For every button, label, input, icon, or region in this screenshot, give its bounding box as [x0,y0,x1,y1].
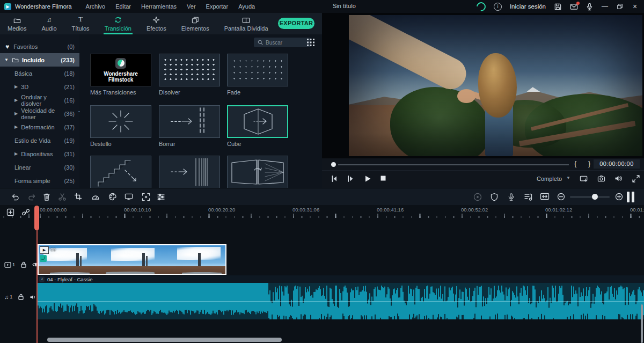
stop-button[interactable] [380,175,386,181]
tile-cube[interactable] [227,105,288,138]
tab-elementos[interactable]: Elementos [174,13,217,34]
play-button[interactable] [364,175,371,183]
tile-borrar[interactable] [159,105,220,138]
sidebar-item-incluido[interactable]: ▼ Incluido (233) [0,53,79,67]
previous-frame-button[interactable] [331,175,338,183]
grid-view-icon[interactable] [307,39,314,46]
menu-exportar[interactable]: Exportar [206,3,229,10]
lock-icon[interactable] [21,261,26,268]
caret-right-icon: ▶ [14,151,18,156]
audio-mixer-icon[interactable] [524,193,532,201]
fullscreen-icon[interactable] [632,175,640,183]
zoom-in-icon[interactable] [615,193,623,201]
split-scissors-icon[interactable] [58,193,67,201]
export-button[interactable]: EXPORTAR [278,18,314,29]
zoom-out-icon[interactable] [557,193,565,201]
speed-icon[interactable] [91,193,100,201]
timeline-ruler[interactable]: 00:00:00:00 00:00:10:10 00:00:20:20 00:0… [0,205,644,220]
dual-monitor-icon[interactable] [580,175,589,183]
sidebar-item-forma-simple[interactable]: Forma simple (25) [0,174,79,187]
video-track-header: 1 [4,261,40,268]
shield-icon[interactable] [491,193,498,201]
preview-timecode: 00:00:00:00 [594,159,640,169]
render-preview-icon[interactable] [473,193,482,201]
search-icon [258,40,263,45]
menu-list: Archivo Editar Herramientas Ver Exportar… [86,3,255,10]
wipe-arrow-icon [159,106,219,137]
tile-destello[interactable] [90,105,151,138]
sidebar-item-velocidad[interactable]: ▶ Velocidad de deser (36) [0,107,79,120]
scrubber-track[interactable] [338,164,569,165]
sidebar-item-diapositivas[interactable]: ▶ Diapositivas (31) [0,147,79,160]
tile-stairs[interactable] [90,156,151,188]
fit-mode-dropdown[interactable]: Completo [537,176,562,182]
redo-icon[interactable] [28,193,36,201]
save-icon[interactable] [554,3,562,11]
tab-medios[interactable]: Medios [0,13,34,34]
lines-wipe-icon [159,156,219,188]
sidebar-item-deformacion[interactable]: ▶ Deformación (37) [0,120,79,134]
menu-editar[interactable]: Editar [115,3,131,10]
search-input[interactable]: Buscar [254,38,311,47]
vignette [349,15,642,156]
color-palette-icon[interactable] [108,193,117,201]
tab-efectos[interactable]: Efectos [139,13,174,34]
sidebar-item-basica[interactable]: Básica (18) [0,67,79,80]
mark-out-button[interactable]: } [588,159,590,167]
video-clip[interactable] [38,244,226,275]
undo-icon[interactable] [11,193,19,201]
microphone-icon[interactable] [586,3,593,11]
messages-icon[interactable] [570,3,578,10]
zoom-slider-track[interactable] [570,196,610,198]
sidebar-item-favoritos[interactable]: ♥ Favoritos (0) [0,40,79,53]
info-icon[interactable]: i [494,3,502,11]
mark-in-button[interactable]: { [574,159,576,167]
menu-herramientas[interactable]: Herramientas [141,3,177,10]
ruler-label: 00:00:31:06 [292,207,319,213]
tab-titulos[interactable]: T Títulos [64,13,97,34]
menu-ver[interactable]: Ver [187,3,196,10]
tab-transicion[interactable]: Transición [97,13,139,34]
delete-icon[interactable] [43,193,50,201]
sidebar-item-ondular[interactable]: ▶ Ondular y disolver (16) [0,93,79,107]
next-frame-button[interactable] [347,175,354,183]
tile-lines-wipe[interactable] [159,156,220,188]
transitions-panel: Buscar WondershareFilmstock Más Transici… [79,34,322,188]
timeline-area: 00:00:00:00 00:00:10:10 00:00:20:20 00:0… [0,205,644,343]
app-title: Wondershare Filmora [15,3,72,10]
login-button[interactable]: Iniciar sesión [510,3,546,10]
sidebar-item-linear[interactable]: Linear (30) [0,160,79,174]
fade-dots-icon [231,58,284,82]
audio-clip[interactable]: ♪ 04 - Flyleaf - Cassie [38,275,644,319]
tab-audio[interactable]: ♫ Audio [34,13,64,34]
menu-ayuda[interactable]: Ayuda [238,3,255,10]
adjust-sliders-icon[interactable] [157,193,165,201]
library-tabstrip: Medios ♫ Audio T Títulos Transición Efec… [0,13,322,34]
timeline-scrollbar-thumb[interactable] [627,192,634,202]
clip-interval-icon[interactable] [540,193,550,200]
tile-page-fold[interactable] [227,156,288,188]
record-voiceover-icon[interactable] [508,193,515,201]
tile-disolver[interactable] [159,54,220,86]
horizontal-scrollbar[interactable] [47,338,282,342]
minimize-button[interactable]: — [601,3,609,10]
tab-pantalla-dividida[interactable]: Pantalla Dividida [217,13,276,34]
tile-fade[interactable] [227,54,288,86]
tile-mas-transiciones[interactable]: WondershareFilmstock [90,54,151,86]
menu-archivo[interactable]: Archivo [86,3,106,10]
vertical-scrollbar[interactable] [641,304,643,343]
restore-button[interactable] [617,3,623,10]
lock-icon[interactable] [18,294,24,300]
motion-tracking-icon[interactable] [142,193,150,201]
zoom-slider-handle[interactable] [592,194,598,200]
sidebar-item-3d[interactable]: ▶ 3D (21) [0,80,79,93]
sidebar-item-estilo[interactable]: Estilo de Vida (19) [0,134,79,147]
chroma-screen-icon[interactable] [125,193,133,201]
close-button[interactable]: × [631,2,639,11]
snapshot-camera-icon[interactable] [597,175,605,182]
crop-icon[interactable] [74,193,82,201]
support-icon[interactable] [474,0,487,13]
volume-icon[interactable] [614,175,623,182]
scrubber-handle[interactable] [331,162,336,167]
mute-speaker-icon[interactable] [30,294,36,300]
